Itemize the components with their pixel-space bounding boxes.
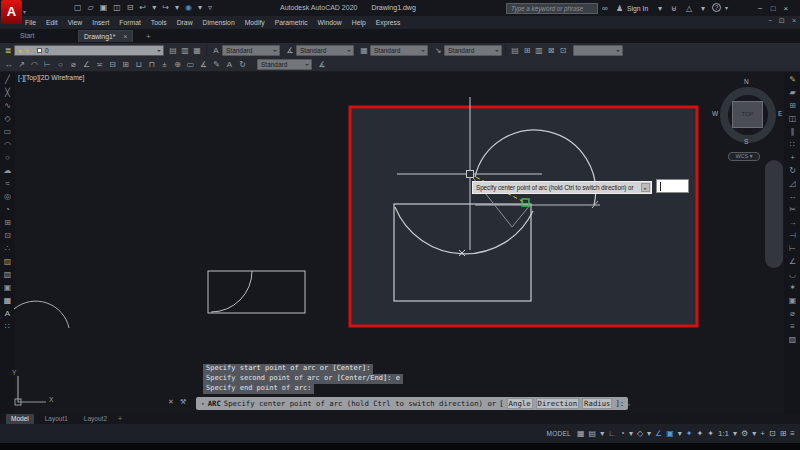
make-block-icon[interactable]: ⊡ <box>4 230 11 241</box>
layer-previous-icon[interactable]: ▥ <box>179 46 191 55</box>
layer-combo[interactable]: ●☀▪ 0 <box>14 45 164 56</box>
center-mark-icon[interactable]: ⊕ <box>171 60 184 69</box>
pencil-icon[interactable]: ✎ <box>789 74 796 85</box>
dim-style-icon[interactable]: ∡ <box>284 46 296 55</box>
image-tool-icon[interactable]: ⊠ <box>545 46 557 55</box>
menu-item[interactable]: Modify <box>244 19 266 26</box>
dim-space-icon[interactable]: ⊔ <box>132 60 145 69</box>
viewcube-north[interactable]: N <box>744 78 749 85</box>
polar-caret-icon[interactable]: ▾ <box>629 427 633 440</box>
extend-icon[interactable]: → <box>789 217 797 228</box>
group-tool-icon[interactable]: ⊡ <box>557 46 569 55</box>
osnap-icon[interactable]: ▣ <box>666 427 674 440</box>
diameter-dim-icon[interactable]: ⌀ <box>67 60 80 69</box>
plot-icon[interactable]: ⊟ <box>127 2 134 14</box>
construction-line-icon[interactable]: ╳ <box>5 87 10 98</box>
move-icon[interactable]: + <box>790 152 795 163</box>
dim-break-icon[interactable]: ⊓ <box>145 60 158 69</box>
option-angle[interactable]: Angle <box>507 398 533 409</box>
tab-layout2[interactable]: Layout2 <box>79 414 112 424</box>
arc-length-dim-icon[interactable]: ◠ <box>28 60 41 69</box>
text-style-combo[interactable]: Standard <box>222 45 280 56</box>
minimize-icon[interactable]: − <box>758 3 763 14</box>
isodraft-caret-icon[interactable]: ▾ <box>647 427 651 440</box>
navigation-bar[interactable] <box>765 160 783 268</box>
workspace-caret-icon[interactable]: ▾ <box>198 2 202 14</box>
help-caret-icon[interactable]: ▾ <box>725 3 728 14</box>
app-logo[interactable]: A <box>1 0 22 24</box>
spline-icon[interactable]: ≈ <box>5 178 9 189</box>
sign-in-button[interactable]: Sign In <box>627 3 648 14</box>
layer-match-icon[interactable]: ▤ <box>167 46 179 55</box>
dim-update-icon[interactable]: ↻ <box>236 60 249 69</box>
inspection-dim-icon[interactable]: ▭ <box>184 60 197 69</box>
linear-dim-icon[interactable]: ↔ <box>2 60 15 69</box>
erase-icon[interactable]: ▰ <box>789 87 795 98</box>
option-radius[interactable]: Radius <box>582 398 612 409</box>
isodraft-icon[interactable]: ◇ <box>637 427 643 440</box>
otrack-icon[interactable]: ∠ <box>655 427 662 440</box>
menu-item[interactable]: Draw <box>176 19 194 26</box>
annotation-scale-icon[interactable]: ✦ <box>707 427 714 440</box>
menu-item[interactable]: Help <box>351 19 367 26</box>
clean-screen-icon[interactable]: ⊞ <box>780 427 787 440</box>
tab-close-icon[interactable]: × <box>123 33 127 40</box>
join-icon[interactable]: ⊢ <box>789 243 796 254</box>
trim-icon[interactable]: ✂ <box>789 204 796 215</box>
menu-item[interactable]: Insert <box>91 19 110 26</box>
polar-icon[interactable]: ◔ <box>620 427 625 440</box>
qat-more-caret-icon[interactable]: ▿ <box>208 2 212 14</box>
redo-icon[interactable]: ↪ <box>162 2 169 14</box>
save-as-icon[interactable]: ◫ <box>113 2 121 14</box>
menu-item[interactable]: Parametric <box>274 19 309 26</box>
workspace-caret-icon[interactable]: ▾ <box>752 427 756 440</box>
menu-item[interactable]: View <box>67 19 84 26</box>
app-store-icon[interactable]: △ <box>686 3 692 14</box>
aligned-dim-icon[interactable]: ↗ <box>15 60 28 69</box>
layer-properties-icon[interactable]: ≣ <box>2 46 14 55</box>
table-icon[interactable]: ▦ <box>4 295 12 306</box>
dim-edit-icon[interactable]: ✎ <box>210 60 223 69</box>
wcs-dropdown[interactable]: WCS ▾ <box>728 152 760 161</box>
viewport-controls-label[interactable]: [-][Top][2D Wireframe] <box>18 74 84 81</box>
new-layout-button[interactable]: + <box>118 415 122 422</box>
mleader-style-combo[interactable]: Standard <box>444 45 502 56</box>
point-icon[interactable]: ∴ <box>5 243 10 254</box>
copy-icon[interactable]: ⊞ <box>789 100 796 111</box>
viewcube-east[interactable]: E <box>778 110 782 117</box>
app-menu-caret-icon[interactable]: ▾ <box>23 8 26 15</box>
stretch-icon[interactable]: ↔ <box>789 191 797 202</box>
viewcube-south[interactable]: S <box>744 138 748 145</box>
recent-commands-caret-icon[interactable]: ▾ <box>201 400 205 407</box>
line-icon[interactable]: ╱ <box>5 74 10 85</box>
option-direction[interactable]: Direction <box>536 398 580 409</box>
table-style-combo[interactable]: Standard <box>370 45 428 56</box>
snap-caret-icon[interactable]: ▾ <box>600 427 604 440</box>
new-file-icon[interactable]: ▢ <box>74 2 82 14</box>
baseline-dim-icon[interactable]: ⊟ <box>106 60 119 69</box>
polygon-icon[interactable]: ◇ <box>4 113 10 124</box>
break-icon[interactable]: ⊣ <box>789 230 796 241</box>
undo-icon[interactable]: ↩ <box>140 2 147 14</box>
workspace-gear-icon[interactable]: ⚙ <box>741 427 748 440</box>
hatch-icon[interactable]: ▨ <box>4 256 12 267</box>
scale-icon[interactable]: ◿ <box>789 178 795 189</box>
command-close-icon[interactable]: ✕ <box>168 398 174 406</box>
dim-style-combo[interactable]: Standard <box>296 45 354 56</box>
workspace-badge-icon[interactable]: ◉ <box>185 2 192 14</box>
hatch-edit-icon[interactable]: ▨ <box>789 334 797 345</box>
scale-label[interactable]: 1:1 <box>718 427 729 440</box>
app-store-caret-icon[interactable]: ▾ <box>701 3 705 14</box>
close-icon[interactable]: × <box>784 3 789 14</box>
annotation-monitor-icon[interactable]: + <box>760 427 765 440</box>
cart-icon[interactable]: ⊎ <box>671 3 677 14</box>
mleader-style-icon[interactable]: ↘ <box>432 46 444 55</box>
ellipse-icon[interactable]: ◎ <box>4 191 11 202</box>
doc-close-icon[interactable]: × <box>792 17 796 25</box>
ordinate-dim-icon[interactable]: ⊢ <box>41 60 54 69</box>
continue-dim-icon[interactable]: ⊞ <box>119 60 132 69</box>
group-icon[interactable]: ▣ <box>789 295 797 306</box>
dim-update-row2-icon[interactable]: ∡ <box>316 60 328 69</box>
angular-dim-icon[interactable]: ∠ <box>80 60 93 69</box>
command-line[interactable]: ▾ ARC Specify center point of arc (hold … <box>196 397 628 410</box>
